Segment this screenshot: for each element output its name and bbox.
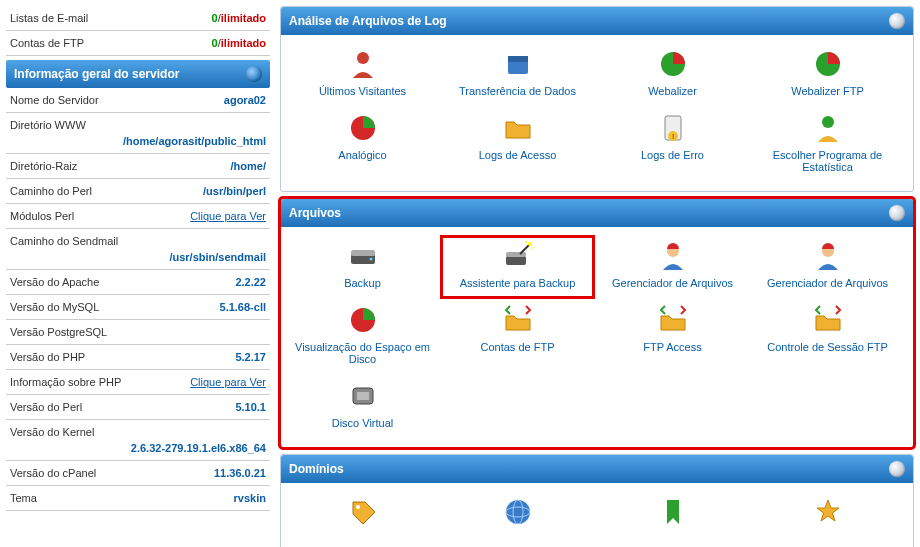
folder-icon	[501, 111, 535, 145]
svg-rect-2	[508, 56, 528, 62]
feature-label: Controle de Sessão FTP	[752, 341, 903, 353]
pie-red-green-icon	[811, 47, 845, 81]
feature-label: Logs de Erro	[597, 149, 748, 161]
server-info-label: Caminho do Sendmail	[10, 235, 266, 247]
feature-group: Análise de Arquivos de LogÚltimos Visita…	[280, 6, 914, 192]
feature-label: Backup	[287, 277, 438, 289]
group-header[interactable]: Arquivos	[281, 199, 913, 227]
server-info-label: Informação sobre PHP	[10, 376, 121, 388]
group-title: Arquivos	[289, 206, 341, 220]
stat-value: 0/ilimitado	[212, 12, 266, 24]
feature-group: ArquivosBackupAssistente para BackupGere…	[280, 198, 914, 448]
clipboard-alert-icon: !	[656, 111, 690, 145]
server-info-value: 2.2.22	[99, 276, 266, 288]
feature-label: Últimos Visitantes	[287, 85, 438, 97]
main-content: Análise de Arquivos de LogÚltimos Visita…	[280, 6, 914, 547]
box-blue-icon	[501, 47, 535, 81]
server-info-value: /usr/sbin/sendmail	[10, 251, 266, 263]
server-info-row: Versão do Perl5.10.1	[6, 395, 270, 420]
feature-item[interactable]: Analógico	[285, 107, 440, 183]
feature-item[interactable]: Backup	[285, 235, 440, 299]
feature-item[interactable]: Logs de Acesso	[440, 107, 595, 183]
svg-text:!: !	[671, 132, 673, 141]
svg-point-25	[506, 500, 530, 524]
disk-icon	[346, 379, 380, 413]
server-info-label: Diretório-Raiz	[10, 160, 77, 172]
server-info-label: Versão do MySQL	[10, 301, 99, 313]
stat-row: Contas de FTP0/ilimitado	[6, 31, 270, 56]
feature-label: Contas de FTP	[442, 341, 593, 353]
svg-point-24	[356, 505, 360, 509]
feature-item[interactable]: Controle de Sessão FTP	[750, 299, 905, 375]
server-info-row: Versão do cPanel11.36.0.21	[6, 461, 270, 486]
folder-arrows-icon	[656, 303, 690, 337]
server-info-header[interactable]: Informação geral do servidor	[6, 60, 270, 88]
group-header[interactable]: Domínios	[281, 455, 913, 483]
server-info-label: Caminho do Perl	[10, 185, 92, 197]
feature-label: Gerenciador de Arquivos	[752, 277, 903, 289]
server-info-label: Versão do cPanel	[10, 467, 96, 479]
stat-label: Contas de FTP	[10, 37, 84, 49]
feature-item[interactable]: !Logs de Erro	[595, 107, 750, 183]
server-info-label: Tema	[10, 492, 37, 504]
server-info-label: Nome do Servidor	[10, 94, 99, 106]
server-info-row: Versão do Apache2.2.22	[6, 270, 270, 295]
server-info-label: Versão do Perl	[10, 401, 82, 413]
feature-item[interactable]: Webalizer	[595, 43, 750, 107]
feature-item[interactable]	[440, 491, 595, 543]
feature-item[interactable]: FTP Access	[595, 299, 750, 375]
pie-green-red-icon	[346, 303, 380, 337]
feature-label: FTP Access	[597, 341, 748, 353]
server-info-value: /home/agorasit/public_html	[10, 135, 266, 147]
server-info-value[interactable]: Clique para Ver	[121, 376, 266, 388]
feature-item[interactable]	[285, 491, 440, 543]
feature-item[interactable]: Contas de FTP	[440, 299, 595, 375]
server-info-value: /home/	[77, 160, 266, 172]
server-info-value[interactable]: Clique para Ver	[74, 210, 266, 222]
server-info-row: Versão do PHP5.2.17	[6, 345, 270, 370]
worker-icon	[811, 239, 845, 273]
collapse-icon[interactable]	[889, 205, 905, 221]
collapse-icon[interactable]	[889, 13, 905, 29]
group-title: Análise de Arquivos de Log	[289, 14, 447, 28]
collapse-icon[interactable]	[246, 66, 262, 82]
server-info-title: Informação geral do servidor	[14, 67, 179, 81]
feature-label: Assistente para Backup	[444, 277, 591, 289]
server-info-row: Versão PostgreSQL	[6, 320, 270, 345]
group-items: BackupAssistente para BackupGerenciador …	[281, 227, 913, 447]
server-info-value: 5.10.1	[82, 401, 266, 413]
feature-item[interactable]	[595, 491, 750, 543]
hdd-icon	[346, 239, 380, 273]
server-info-value	[107, 326, 266, 338]
feature-item[interactable]: Últimos Visitantes	[285, 43, 440, 107]
server-info-row: Caminho do Perl/usr/bin/perl	[6, 179, 270, 204]
globe-icon	[501, 495, 535, 529]
feature-label: Logs de Acesso	[442, 149, 593, 161]
bookmark-icon	[656, 495, 690, 529]
server-info-label: Módulos Perl	[10, 210, 74, 222]
server-info-value: 5.1.68-cll	[99, 301, 266, 313]
svg-rect-23	[357, 392, 369, 400]
feature-item[interactable]: Gerenciador de Arquivos	[750, 235, 905, 299]
feature-item[interactable]: Gerenciador de Arquivos	[595, 235, 750, 299]
server-info-row: Temarvskin	[6, 486, 270, 511]
feature-item[interactable]: Assistente para Backup	[440, 235, 595, 299]
sidebar: Listas de E-mail0/ilimitadoContas de FTP…	[6, 6, 270, 547]
stat-row: Listas de E-mail0/ilimitado	[6, 6, 270, 31]
svg-point-9	[822, 116, 834, 128]
server-info-value: rvskin	[37, 492, 266, 504]
feature-item[interactable]	[750, 491, 905, 543]
server-info-row: Caminho do Sendmail/usr/sbin/sendmail	[6, 229, 270, 270]
feature-item[interactable]: Transferência de Dados	[440, 43, 595, 107]
group-header[interactable]: Análise de Arquivos de Log	[281, 7, 913, 35]
svg-point-12	[369, 258, 372, 261]
server-info-label: Versão do Kernel	[10, 426, 266, 438]
feature-item[interactable]: Webalizer FTP	[750, 43, 905, 107]
server-info-value: /usr/bin/perl	[92, 185, 266, 197]
collapse-icon[interactable]	[889, 461, 905, 477]
feature-item[interactable]: Escolher Programa de Estatística	[750, 107, 905, 183]
feature-item[interactable]: Disco Virtual	[285, 375, 440, 439]
server-info-label: Diretório WWW	[10, 119, 266, 131]
server-info-row: Módulos PerlClique para Ver	[6, 204, 270, 229]
feature-item[interactable]: Visualização do Espaço em Disco	[285, 299, 440, 375]
